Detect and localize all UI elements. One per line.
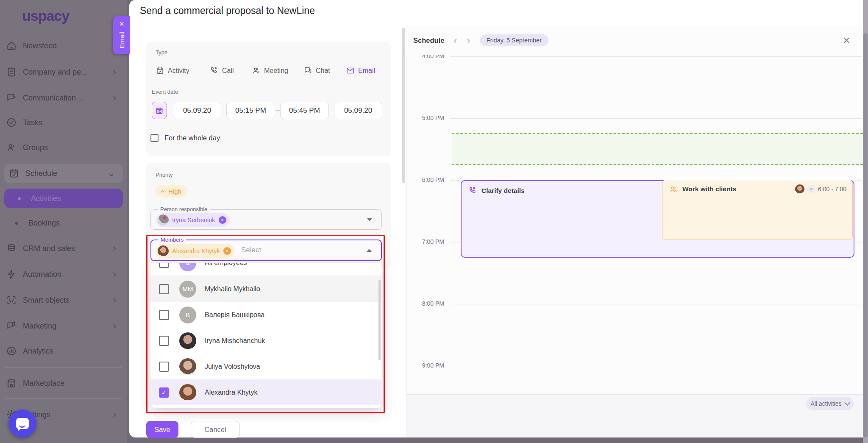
members-field[interactable]: Members Alexandra Khytyk × Select <box>150 240 382 261</box>
hour-gridline <box>450 304 862 304</box>
avatar <box>158 245 169 256</box>
sidebar-item-tasks[interactable]: Tasks <box>6 113 122 132</box>
close-icon[interactable]: × <box>119 20 124 28</box>
whole-day-checkbox[interactable] <box>150 134 159 142</box>
email-side-tab[interactable]: × Email <box>113 16 130 54</box>
member-option-mykhailo[interactable]: MM Mykhailo Mykhailo <box>150 276 382 302</box>
end-date-input[interactable]: 05.09.20 <box>334 102 382 119</box>
dropdown-collapse-icon[interactable] <box>367 249 372 252</box>
members-chip[interactable]: Alexandra Khytyk × <box>156 244 234 258</box>
activity-filter-dropdown[interactable]: All activities <box>806 397 854 410</box>
chevron-right-icon: › <box>113 320 116 332</box>
member-option-alexandra[interactable]: ✓ Alexandra Khytyk <box>150 379 382 405</box>
remove-chip-icon[interactable]: × <box>223 247 231 255</box>
next-day-icon[interactable]: › <box>467 35 470 46</box>
envelope-icon <box>346 66 355 75</box>
member-option-valeriia[interactable]: В Валерія Башкірова <box>150 302 382 328</box>
bullet-icon <box>18 197 21 200</box>
chevron-right-icon: › <box>113 92 116 103</box>
save-label: Save <box>154 426 170 434</box>
start-time-input[interactable]: 05:15 PM <box>226 102 275 119</box>
calendar-clock-icon <box>155 106 164 115</box>
avatar: MM <box>179 281 196 298</box>
member-checkbox[interactable] <box>159 263 169 268</box>
sidebar-item-automation[interactable]: Automation › <box>6 265 122 284</box>
person-responsible-chip[interactable]: Iryna Serbeniuk × <box>156 213 230 227</box>
hour-label: 9:00 PM <box>410 362 444 369</box>
hour-gridline <box>450 56 862 57</box>
building-icon <box>6 67 17 78</box>
type-option-label: Activity <box>168 67 189 75</box>
date-picker-button[interactable] <box>152 102 167 119</box>
prev-day-icon[interactable]: ‹ <box>453 35 457 46</box>
cancel-button[interactable]: Cancel <box>191 421 240 438</box>
hour-label: 5:00 PM <box>410 114 444 121</box>
start-date-input[interactable]: 05.09.20 <box>173 102 221 119</box>
sidebar-item-label: Schedule <box>25 169 57 178</box>
member-option-all-employees[interactable]: u All employees <box>150 263 382 276</box>
chevron-right-icon: › <box>113 295 116 306</box>
end-time-input[interactable]: 05:45 PM <box>280 102 329 119</box>
modal-title: Send a commercial proposal to NewLine <box>140 5 315 17</box>
member-checkbox[interactable] <box>159 310 169 320</box>
sidebar-item-analytics[interactable]: Analytics <box>6 341 122 361</box>
sidebar-item-marketing[interactable]: Marketing › <box>6 316 122 336</box>
member-option-iryna-mishchanchuk[interactable]: Iryna Mishchanchuk <box>150 328 382 354</box>
event-date-label: Event date <box>152 89 178 95</box>
chat-bubble-icon <box>303 66 312 75</box>
window-scrollbar-thumb[interactable] <box>863 33 868 437</box>
type-option-meeting[interactable]: Meeting <box>252 66 288 75</box>
member-checkbox[interactable] <box>159 284 169 294</box>
event-work-with-clients[interactable]: Work with clients = 6:00 - 7:00 <box>662 180 853 240</box>
schedule-header: Schedule ‹ › Friday, 5 September × <box>406 25 863 55</box>
megaphone-icon <box>6 320 17 332</box>
type-option-activity[interactable]: Activity <box>156 66 189 75</box>
sidebar-item-schedule[interactable]: Schedule ⌄ <box>4 164 123 183</box>
dropdown-scrollbar[interactable] <box>378 280 381 360</box>
new-event-placeholder-slot[interactable] <box>452 133 863 165</box>
priority-label: Priority <box>156 172 172 178</box>
sidebar-item-smart-objects[interactable]: Smart objects › <box>6 290 122 310</box>
type-option-chat[interactable]: Chat <box>303 66 330 75</box>
priority-chip[interactable]: High <box>156 185 187 198</box>
member-checkbox[interactable] <box>159 362 169 372</box>
member-checkbox-checked[interactable]: ✓ <box>159 387 169 398</box>
sidebar-item-crm[interactable]: CRM and sales › <box>6 239 122 258</box>
save-button[interactable]: Save <box>146 421 178 438</box>
member-option-juliya[interactable]: Juliya Voloshylova <box>150 354 382 379</box>
uspacy-logo[interactable]: uspacy <box>22 8 69 24</box>
sidebar-item-communication[interactable]: Communication ... › <box>6 88 122 108</box>
chat-launcher-button[interactable] <box>8 410 36 437</box>
task-check-icon <box>6 117 17 128</box>
chevron-up-icon <box>160 189 165 194</box>
sidebar-item-marketplace[interactable]: Marketplace <box>6 373 122 393</box>
form-scrollbar[interactable] <box>402 28 405 183</box>
sidebar-divider <box>5 398 122 399</box>
start-date-value: 05.09.20 <box>183 106 211 115</box>
sidebar-item-newsfeed[interactable]: Newsfeed <box>6 36 122 56</box>
schedule-title: Schedule <box>413 36 444 45</box>
type-option-call[interactable]: Call <box>210 66 234 75</box>
close-schedule-icon[interactable]: × <box>843 34 850 47</box>
member-checkbox[interactable] <box>159 336 169 346</box>
hour-label: 7:00 PM <box>410 238 444 245</box>
remove-chip-icon[interactable]: × <box>219 216 226 224</box>
chevron-right-icon: › <box>113 243 116 254</box>
sidebar-item-company[interactable]: Company and pe... › <box>6 62 122 82</box>
sidebar-item-bookings[interactable]: Bookings <box>6 213 122 233</box>
sidebar-item-label: Groups <box>23 143 48 152</box>
member-name: Iryna Mishchanchuk <box>205 337 265 345</box>
dropdown-arrow-icon[interactable] <box>367 218 372 221</box>
person-responsible-field[interactable]: Person responsible Iryna Serbeniuk × <box>150 209 382 230</box>
schedule-footer <box>406 394 863 437</box>
sidebar-item-groups[interactable]: Groups <box>6 138 122 157</box>
sidebar-item-activities[interactable]: Activities <box>4 189 123 208</box>
whole-day-label: For the whole day <box>164 134 220 142</box>
members-label: Members <box>158 237 186 243</box>
type-option-email[interactable]: Email <box>346 66 375 75</box>
date-chip[interactable]: Friday, 5 September <box>480 34 548 46</box>
home-icon <box>6 40 17 51</box>
sidebar-item-label: Newsfeed <box>23 42 57 50</box>
analytics-icon <box>6 345 17 357</box>
chevron-right-icon: › <box>113 409 116 420</box>
